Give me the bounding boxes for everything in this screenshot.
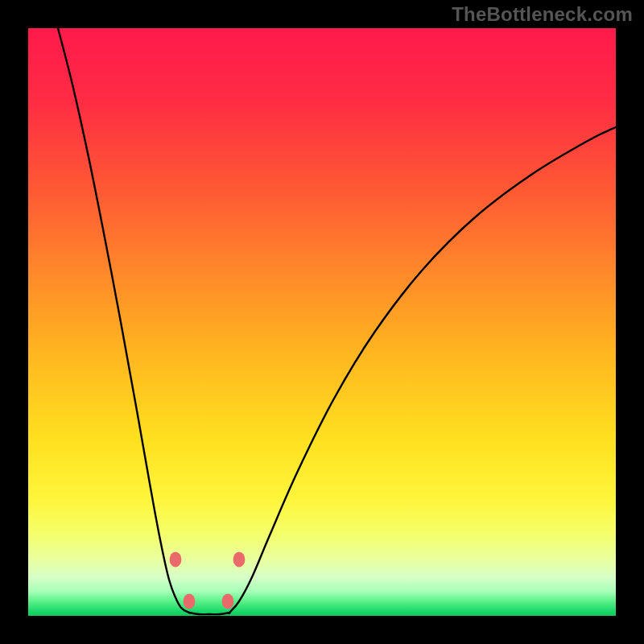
curve-marker [222, 594, 234, 609]
curve-markers [170, 552, 246, 609]
curve-layer [28, 28, 616, 616]
watermark-text: TheBottleneck.com [452, 3, 633, 26]
curve-marker [184, 594, 196, 609]
plot-area [28, 28, 616, 616]
curve-marker [233, 552, 246, 568]
curve-marker [170, 552, 182, 568]
chart-stage: TheBottleneck.com [0, 0, 644, 644]
bottleneck-curve [58, 28, 616, 614]
